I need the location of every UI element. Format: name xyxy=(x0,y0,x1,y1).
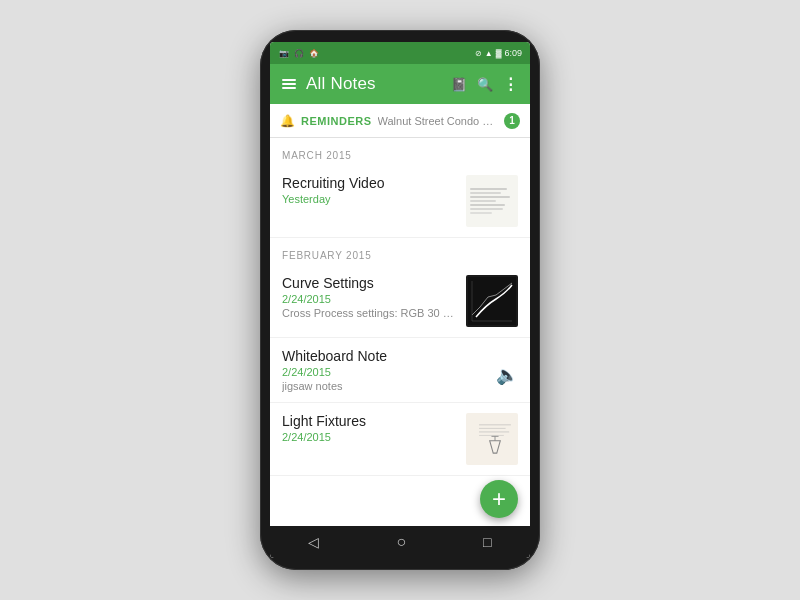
camera-icon: 📷 xyxy=(278,47,290,59)
section-header-march: MARCH 2015 xyxy=(270,138,530,165)
reminder-text: Walnut Street Condo Development xyxy=(378,115,498,127)
wifi-icon: ▲ xyxy=(485,49,493,58)
note-title: Whiteboard Note xyxy=(282,348,488,364)
status-icons-right: ⊘ ▲ ▓ 6:09 xyxy=(475,48,522,58)
note-date: 2/24/2015 xyxy=(282,293,458,305)
phone-frame: 📷 🎧 🏠 ⊘ ▲ ▓ 6:09 All Notes 📓 🔍 ⋮ xyxy=(260,30,540,570)
recents-button[interactable]: □ xyxy=(483,534,491,550)
note-content: Recruiting Video Yesterday xyxy=(282,175,458,207)
note-content: Whiteboard Note 2/24/2015 jigsaw notes xyxy=(282,348,488,392)
note-content: Curve Settings 2/24/2015 Cross Process s… xyxy=(282,275,458,319)
page-title: All Notes xyxy=(306,74,441,94)
note-title: Curve Settings xyxy=(282,275,458,291)
alarm-icon: 🏠 xyxy=(308,47,320,59)
reminder-label: REMINDERS xyxy=(301,115,372,127)
nav-bar: ◁ ○ □ xyxy=(270,526,530,558)
note-preview: jigsaw notes xyxy=(282,380,488,392)
home-button[interactable]: ○ xyxy=(396,533,406,551)
back-button[interactable]: ◁ xyxy=(308,534,319,550)
notebook-icon[interactable]: 📓 xyxy=(451,77,467,92)
fab-add-button[interactable]: + xyxy=(480,480,518,518)
note-item-light-fixtures[interactable]: Light Fixtures 2/24/2015 xyxy=(270,403,530,476)
section-header-february: FEBRUARY 2015 xyxy=(270,238,530,265)
status-bar: 📷 🎧 🏠 ⊘ ▲ ▓ 6:09 xyxy=(270,42,530,64)
note-date: 2/24/2015 xyxy=(282,366,488,378)
reminder-count-badge: 1 xyxy=(504,113,520,129)
sketch-thumb xyxy=(466,413,518,465)
curve-thumb xyxy=(466,275,518,327)
note-item-curve-settings[interactable]: Curve Settings 2/24/2015 Cross Process s… xyxy=(270,265,530,338)
note-date: 2/24/2015 xyxy=(282,431,458,443)
search-icon[interactable]: 🔍 xyxy=(477,77,493,92)
notes-list: MARCH 2015 Recruiting Video Yesterday xyxy=(270,138,530,526)
note-item-whiteboard[interactable]: Whiteboard Note 2/24/2015 jigsaw notes 🔈 xyxy=(270,338,530,403)
note-date: Yesterday xyxy=(282,193,458,205)
more-icon[interactable]: ⋮ xyxy=(503,75,518,93)
handwritten-thumb xyxy=(466,175,518,227)
note-preview: Cross Process settings: RGB 30 Red: 42 B… xyxy=(282,307,458,319)
reminder-bar[interactable]: 🔔 REMINDERS Walnut Street Condo Developm… xyxy=(270,104,530,138)
audio-icon: 🔈 xyxy=(496,348,518,386)
reminder-bell-icon: 🔔 xyxy=(280,114,295,128)
time-display: 6:09 xyxy=(504,48,522,58)
note-item-recruiting-video[interactable]: Recruiting Video Yesterday xyxy=(270,165,530,238)
app-bar: All Notes 📓 🔍 ⋮ xyxy=(270,64,530,104)
no-sim-icon: ⊘ xyxy=(475,49,482,58)
hamburger-menu-button[interactable] xyxy=(282,79,296,89)
note-content: Light Fixtures 2/24/2015 xyxy=(282,413,458,445)
note-thumbnail-light xyxy=(466,413,518,465)
note-title: Recruiting Video xyxy=(282,175,458,191)
app-bar-actions: 📓 🔍 ⋮ xyxy=(451,75,518,93)
note-thumbnail-recruiting xyxy=(466,175,518,227)
note-thumbnail-curve xyxy=(466,275,518,327)
note-title: Light Fixtures xyxy=(282,413,458,429)
battery-icon: ▓ xyxy=(496,49,502,58)
headset-icon: 🎧 xyxy=(293,47,305,59)
status-icons-left: 📷 🎧 🏠 xyxy=(278,47,320,59)
